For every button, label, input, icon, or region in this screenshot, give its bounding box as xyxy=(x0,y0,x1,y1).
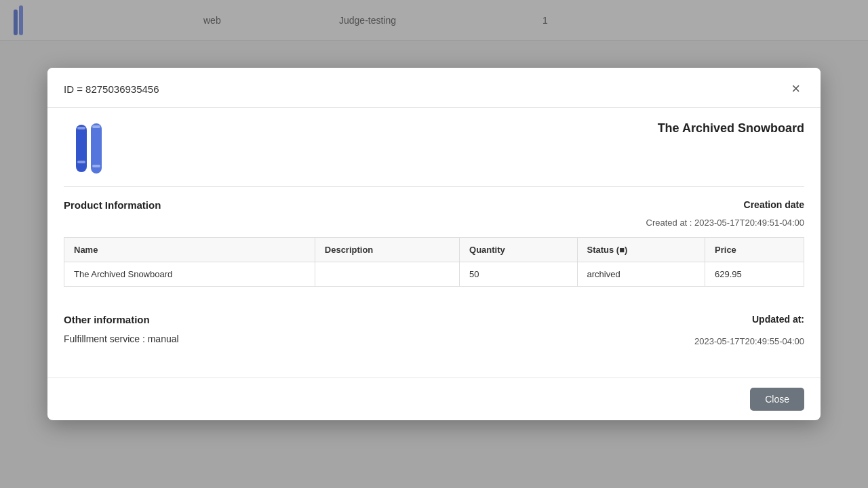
svg-rect-5 xyxy=(92,165,100,167)
modal-close-x-button[interactable]: × xyxy=(787,80,804,98)
product-table: Name Description Quantity Status (■) Pri… xyxy=(64,237,804,287)
cell-quantity: 50 xyxy=(460,262,577,287)
product-top-section: The Archived Snowboard xyxy=(64,108,804,186)
other-information-label: Other information xyxy=(64,314,150,325)
cell-status: archived xyxy=(577,262,705,287)
modal-id: ID = 8275036935456 xyxy=(64,83,159,95)
other-detail-row: Fulfillment service : manual 2023-05-17T… xyxy=(64,333,804,346)
col-header-quantity: Quantity xyxy=(460,238,577,262)
updated-at-label: Updated at: xyxy=(752,314,804,325)
cell-price: 629.95 xyxy=(705,262,804,287)
modal-header: ID = 8275036935456 × xyxy=(47,68,821,108)
created-at-label: Created at : xyxy=(646,218,692,228)
product-name: The Archived Snowboard xyxy=(658,121,804,136)
created-at: Created at : 2023-05-17T20:49:51-04:00 xyxy=(64,218,804,228)
creation-date-label: Creation date xyxy=(744,199,804,210)
col-header-description: Description xyxy=(315,238,459,262)
svg-rect-1 xyxy=(77,127,85,129)
cell-description xyxy=(315,262,459,287)
col-header-name: Name xyxy=(64,238,315,262)
svg-rect-2 xyxy=(77,161,85,163)
col-header-price: Price xyxy=(705,238,804,262)
svg-rect-4 xyxy=(92,125,100,128)
col-header-status: Status (■) xyxy=(577,238,705,262)
status-badge: archived xyxy=(587,269,620,279)
snowboard-svg xyxy=(71,121,111,176)
product-image xyxy=(64,121,118,176)
updated-at-value: 2023-05-17T20:49:55-04:00 xyxy=(694,336,804,346)
other-info-section: Other information Updated at: Fulfillmen… xyxy=(64,307,804,361)
created-at-value: 2023-05-17T20:49:51-04:00 xyxy=(694,218,804,228)
svg-rect-0 xyxy=(76,125,87,172)
product-information-label: Product Information xyxy=(64,199,161,211)
fulfillment-service: Fulfillment service : manual xyxy=(64,333,179,344)
cell-name: The Archived Snowboard xyxy=(64,262,315,287)
section-header-row: Product Information Creation date xyxy=(64,199,804,211)
modal-footer: Close xyxy=(47,378,821,420)
modal-body: The Archived Snowboard Product Informati… xyxy=(47,108,821,378)
product-info-section: Product Information Creation date Create… xyxy=(64,187,804,307)
table-row: The Archived Snowboard 50 archived 629.9… xyxy=(64,262,804,287)
close-button[interactable]: Close xyxy=(750,388,804,411)
other-header-row: Other information Updated at: xyxy=(64,314,804,325)
product-detail-modal: ID = 8275036935456 × xyxy=(47,68,821,420)
modal-overlay: ID = 8275036935456 × xyxy=(0,0,868,488)
